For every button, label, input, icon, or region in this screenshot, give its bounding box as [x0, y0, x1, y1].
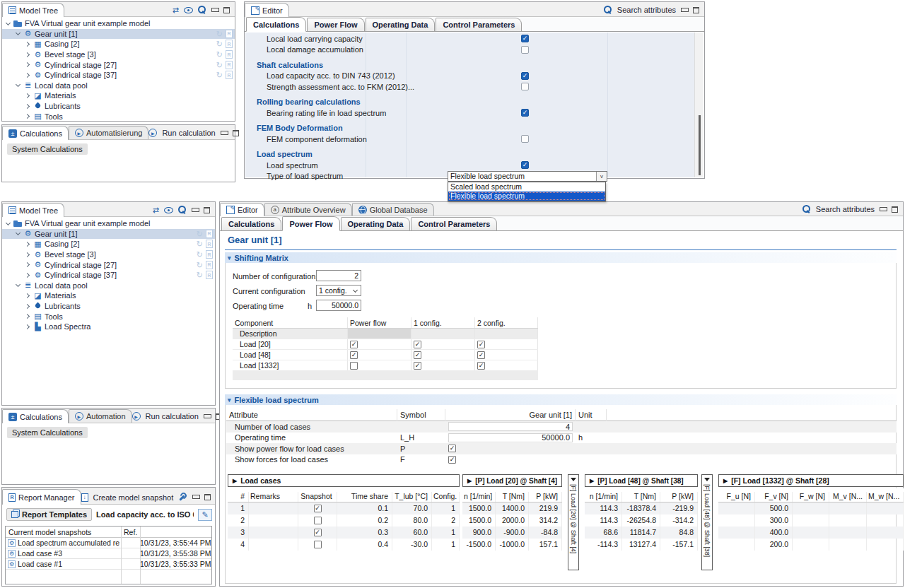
checkbox[interactable]: ✓: [477, 341, 485, 348]
spectrum-badge-icon[interactable]: ↻: [216, 51, 223, 58]
tree-item[interactable]: ▦Casing [2]↻R: [2, 39, 235, 49]
chevron-down-icon[interactable]: [15, 82, 21, 88]
checkbox[interactable]: ✓: [521, 161, 529, 169]
checkbox[interactable]: ✓: [314, 529, 322, 536]
checkbox[interactable]: ✓: [448, 456, 456, 464]
checkbox[interactable]: ✓: [521, 72, 529, 80]
tree-item[interactable]: ⚙Cylindrical stage [27]↻R: [2, 259, 215, 270]
table-row[interactable]: Load [48]✓✓✓: [233, 350, 538, 360]
tab-calculations[interactable]: Calculations: [2, 409, 69, 423]
table-row[interactable]: -114.313127.4-157.1: [585, 539, 698, 551]
spectrum-badge-icon[interactable]: ↻: [216, 61, 223, 69]
checkbox[interactable]: [314, 517, 322, 524]
tab-calculations[interactable]: Calculations: [2, 126, 69, 140]
tree-item[interactable]: ▙Load Spectra: [2, 322, 215, 332]
tab-operating-data[interactable]: Operating Data: [366, 18, 436, 31]
tab-global-database[interactable]: Global Database: [352, 203, 434, 216]
field-input[interactable]: 50000.0: [316, 300, 361, 311]
report-templates-button[interactable]: Report Templates: [6, 508, 92, 521]
load-cases-header-button[interactable]: ▶ Load cases: [228, 474, 460, 487]
tree-item[interactable]: ⚙Cylindrical stage [37]↻R: [2, 70, 235, 81]
table-row[interactable]: 500.0: [718, 502, 904, 514]
report-badge-icon[interactable]: R: [206, 240, 213, 248]
tree-item[interactable]: ⚙Gear unit [1]↻R: [2, 29, 235, 40]
tree-item[interactable]: ⚙Bevel stage [3]↻R: [2, 49, 235, 60]
tree-item[interactable]: ⚙Bevel stage [3]↻R: [2, 249, 215, 260]
table-row[interactable]: 300.0: [718, 514, 904, 527]
report-badge-icon[interactable]: R: [226, 50, 233, 59]
tab-editor[interactable]: Editor: [220, 203, 264, 216]
checkbox[interactable]: ✓: [477, 351, 485, 359]
current-configuration-select[interactable]: 1 config.: [316, 285, 361, 296]
tab-model-tree[interactable]: Model Tree: [2, 3, 64, 17]
checkbox[interactable]: ✓: [448, 445, 456, 452]
chevron-right-icon[interactable]: [25, 72, 31, 78]
table-row[interactable]: 68.611814.784.8: [585, 527, 698, 539]
link-with-editor-icon[interactable]: ⇄: [153, 206, 159, 214]
collapsed-f-load20-strip[interactable]: [F] Load [20] @ Shaft [4]: [568, 474, 579, 570]
maximize-icon[interactable]: [223, 7, 230, 13]
snapshot-row[interactable]: ⚙Load case #110/31/23, 3:55:33 PM: [6, 559, 211, 570]
chevron-right-icon[interactable]: [25, 293, 31, 299]
maximize-icon[interactable]: [892, 206, 898, 213]
report-badge-icon[interactable]: R: [226, 71, 233, 79]
checkbox[interactable]: ✓: [521, 35, 529, 42]
spectrum-badge-icon[interactable]: ↻: [216, 40, 223, 47]
table-row[interactable]: 3✓0.360.01: [228, 527, 460, 539]
table-row[interactable]: Operating timeL_H50000.0h: [226, 433, 897, 444]
eye-icon[interactable]: [164, 207, 173, 213]
chevron-right-icon[interactable]: [25, 103, 31, 110]
f-load1332-header-button[interactable]: ▶ [F] Load [1332] @ Shaft [28]: [718, 474, 904, 487]
snapshot-row[interactable]: ⚙Load case #310/31/23, 3:55:38 PM: [6, 548, 211, 559]
create-snapshot-icon[interactable]: [81, 493, 88, 502]
checkbox[interactable]: ✓: [350, 341, 358, 348]
run-calculation-button[interactable]: Run calculation: [162, 129, 215, 137]
table-row[interactable]: 114.3-26254.8-314.2: [585, 514, 698, 527]
tree-item[interactable]: ⚙Cylindrical stage [37]↻R: [2, 270, 215, 281]
spectrum-badge-icon[interactable]: ↻: [197, 251, 203, 258]
field-input[interactable]: 2: [316, 270, 361, 281]
tree-item[interactable]: Lubricants: [2, 301, 215, 312]
chevron-right-icon[interactable]: [25, 324, 31, 330]
p-load20-header-button[interactable]: ▶ [P] Load [20] @ Shaft [4]: [462, 474, 562, 487]
table-row[interactable]: 114.3-18378.4-219.9: [585, 502, 698, 514]
table-row[interactable]: Load [20]✓✓✓: [233, 339, 538, 350]
dropdown-option[interactable]: Flexible load spectrum: [448, 192, 605, 201]
chevron-right-icon[interactable]: [25, 272, 31, 278]
minimize-icon[interactable]: [192, 207, 199, 213]
run-calculation-button[interactable]: Run calculation: [146, 412, 199, 421]
vertical-scrollbar[interactable]: [694, 33, 703, 177]
tab-automation[interactable]: Automation: [69, 409, 132, 423]
wrench-icon[interactable]: [178, 493, 187, 502]
p-load48-header-button[interactable]: ▶ [P] Load [48] @ Shaft [38]: [585, 474, 698, 487]
maximize-icon[interactable]: [693, 7, 699, 13]
tab-calculations[interactable]: Calculations: [246, 17, 306, 32]
chevron-right-icon[interactable]: [25, 113, 31, 119]
checkbox[interactable]: ✓: [314, 505, 322, 512]
tree-item[interactable]: ▦Casing [2]↻R: [2, 239, 215, 249]
chevron-right-icon[interactable]: [25, 61, 31, 68]
table-row[interactable]: 900.0-900.0-84.8: [462, 527, 562, 539]
checkbox[interactable]: ✓: [521, 109, 529, 117]
chevron-down-icon[interactable]: [15, 282, 21, 288]
run-calculation-icon[interactable]: [132, 412, 141, 421]
tree-item[interactable]: ▤Tools: [2, 111, 235, 122]
table-row[interactable]: -1500.0-1000.0157.1: [462, 539, 562, 551]
tab-control-parameters[interactable]: Control Parameters: [411, 217, 497, 230]
table-row[interactable]: 200.0: [718, 539, 904, 551]
checkbox[interactable]: ✓: [414, 341, 421, 348]
tree-item[interactable]: ≣Local data pool: [2, 81, 235, 91]
tree-item[interactable]: FVA Virtual gear unit example model: [2, 218, 215, 229]
table-row[interactable]: Show power flow for load casesP✓: [226, 443, 897, 454]
search-icon[interactable]: [198, 6, 206, 14]
search-icon[interactable]: [802, 205, 811, 213]
minimize-icon[interactable]: [681, 7, 688, 13]
table-row[interactable]: 40.4-30.01: [228, 539, 460, 551]
value-input[interactable]: 4: [448, 422, 573, 431]
chevron-right-icon[interactable]: [25, 52, 31, 58]
tab-operating-data[interactable]: Operating Data: [341, 217, 411, 230]
maximize-icon[interactable]: [204, 494, 211, 500]
value-input[interactable]: 50000.0: [448, 433, 573, 442]
tab-power-flow[interactable]: Power Flow: [282, 216, 339, 231]
table-row[interactable]: Show forces for load casesF✓: [226, 454, 897, 466]
